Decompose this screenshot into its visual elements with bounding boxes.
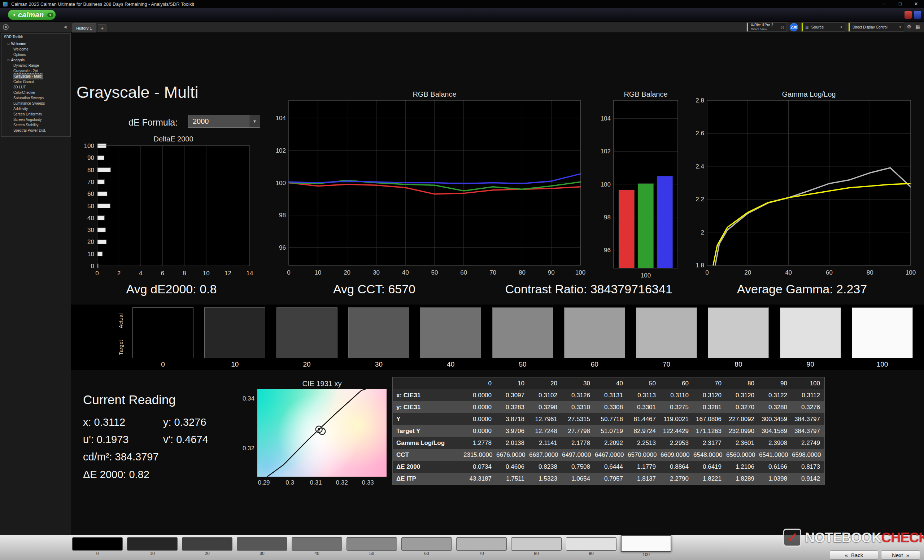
table-cell: 227.0092 <box>726 413 759 425</box>
sidebar-item-color-gamut[interactable]: Color Gamut <box>2 79 70 84</box>
patch-level-label: 50 <box>492 361 554 368</box>
sidebar-item-screen-angularity[interactable]: Screen Angularity <box>2 117 70 122</box>
display-control-dropdown[interactable]: Direct Display Control ▼ <box>848 22 904 32</box>
meter-button[interactable]: X-Rite i1Pro 2 Direct View ◎ <box>746 22 787 32</box>
sidebar-item-spectral-power-dist[interactable]: Spectral Power Dist. <box>2 128 70 133</box>
svg-text:12: 12 <box>225 270 231 276</box>
sidebar-tree: ⊟WelcomeWelcomeOptions⊟AnalysisDynamic R… <box>2 41 70 133</box>
sidebar-item-dynamic-range[interactable]: Dynamic Range <box>2 63 70 68</box>
table-cell: 0.8238 <box>529 461 562 473</box>
calman-window: Calman 2025 Calman Ultimate for Business… <box>0 0 924 560</box>
svg-text:60: 60 <box>826 269 832 276</box>
table-cell: 82.9724 <box>628 425 660 437</box>
sidebar-item-options[interactable]: Options <box>2 52 70 57</box>
patch-level-label: 0 <box>132 361 194 368</box>
meter-mode: Direct View <box>751 27 773 31</box>
table-cell: 0.3102 <box>529 389 562 401</box>
svg-text:0.34: 0.34 <box>243 395 255 402</box>
sidebar-item-grayscale-multi[interactable]: Grayscale - Multi <box>2 73 70 79</box>
sidebar-item-luminance-sweeps[interactable]: Luminance Sweeps <box>2 101 70 106</box>
tree-expander-icon[interactable]: ⊟ <box>7 57 10 63</box>
sidebar-item-saturation-sweeps[interactable]: Saturation Sweeps <box>2 95 70 101</box>
bottom-patch-swatch <box>456 537 507 551</box>
sidebar-group-welcome[interactable]: ⊟Welcome <box>2 41 70 46</box>
source-dropdown[interactable]: ▦ Source ▼ <box>801 22 845 32</box>
grayscale-patch-30 <box>348 307 409 358</box>
back-button[interactable]: « Back <box>830 550 878 560</box>
svg-text:2.4: 2.4 <box>696 163 704 170</box>
bottom-patch-button-90[interactable]: 90 <box>566 537 616 556</box>
back-arrows-icon: « <box>845 552 848 558</box>
minimize-button[interactable]: ─ <box>876 0 892 8</box>
bottom-patch-swatch <box>511 537 562 551</box>
sidebar-collapse-button[interactable]: ◀ <box>63 24 66 29</box>
sidebar-item-colorchecker[interactable]: ColorChecker <box>2 90 70 95</box>
watermark-check: CHECK <box>881 530 924 545</box>
svg-text:2.6: 2.6 <box>696 130 704 137</box>
table-row-e-2000: ΔE 20000.07340.46060.82380.75080.64441.1… <box>393 461 824 473</box>
svg-text:0.3: 0.3 <box>285 479 294 486</box>
bottom-patch-button-80[interactable]: 80 <box>511 537 562 556</box>
bottom-patch-button-50[interactable]: 50 <box>346 537 397 556</box>
table-cell: 2.2092 <box>595 437 628 449</box>
bottom-patch-button-40[interactable]: 40 <box>292 537 342 556</box>
tab-history-1[interactable]: History 1 <box>72 24 96 33</box>
next-button[interactable]: Next » <box>881 550 920 560</box>
sidebar-item-welcome[interactable]: Welcome <box>2 46 70 52</box>
sidebar-item-screen-stability[interactable]: Screen Stability <box>2 122 70 128</box>
main-content: Grayscale - Multi dE Formula: 2000 ▼ Del… <box>71 33 924 535</box>
table-cell: 0.3131 <box>595 389 628 401</box>
svg-text:10: 10 <box>203 270 210 276</box>
maximize-button[interactable]: □ <box>892 0 908 8</box>
sidebar-item-label: Options <box>14 52 26 57</box>
svg-text:2.8: 2.8 <box>696 97 704 104</box>
rgb-balance-line-chart: 10410210098960102030405060708090100 <box>267 97 588 279</box>
table-row-label: ΔE ITP <box>393 473 464 485</box>
table-row-target-y: Target Y0.00003.970612.724827.779851.071… <box>393 425 824 437</box>
bottom-patch-button-70[interactable]: 70 <box>456 537 507 556</box>
close-button[interactable]: ✕ <box>908 0 924 8</box>
bottom-patch-button-30[interactable]: 30 <box>237 537 287 556</box>
sidebar-item-additivity[interactable]: Additivity <box>2 106 70 111</box>
sidebar-item-screen-uniformity[interactable]: Screen Uniformity <box>2 111 70 117</box>
svg-text:104: 104 <box>601 115 611 122</box>
svg-text:70: 70 <box>87 179 94 186</box>
sidebar-item-3d-lut[interactable]: 3D LUT <box>2 84 70 90</box>
bottom-patch-label: 50 <box>346 551 397 556</box>
sidebar-item-grayscale-2pt[interactable]: Grayscale - 2pt <box>2 68 70 73</box>
table-cell: 2.0138 <box>496 437 529 449</box>
table-cell: 0.3281 <box>693 401 726 413</box>
title-bar: Calman 2025 Calman Ultimate for Business… <box>0 0 924 8</box>
bottom-patch-button-10[interactable]: 10 <box>127 537 178 556</box>
table-cell: 1.1779 <box>628 461 660 473</box>
bottom-patch-button-20[interactable]: 20 <box>182 537 232 556</box>
back-label: Back <box>851 552 863 558</box>
de-formula-label: dE Formula: <box>129 117 178 128</box>
meter-count-badge[interactable]: 238 <box>790 23 798 31</box>
add-tab-button[interactable]: + <box>98 24 106 32</box>
svg-text:96: 96 <box>279 244 286 251</box>
table-cell: 122.4429 <box>660 425 693 437</box>
table-cell: 6609.0000 <box>660 449 693 461</box>
calman-menu-button[interactable]: ✦ calman ▾ <box>8 10 56 20</box>
sidebar-group-analysis[interactable]: ⊟Analysis <box>2 57 70 63</box>
bottom-patch-button-0[interactable]: 0 <box>72 537 123 556</box>
svg-text:90: 90 <box>548 269 555 276</box>
table-cell: 0.3275 <box>660 401 693 413</box>
bottom-patch-button-100[interactable]: 100 <box>621 537 671 557</box>
panel-toggle-icon[interactable] <box>3 24 9 30</box>
bottom-patch-label: 70 <box>456 551 507 556</box>
window-controls: ─ □ ✕ <box>876 0 924 8</box>
bottom-patch-button-60[interactable]: 60 <box>401 537 452 556</box>
tree-expander-icon[interactable]: ⊟ <box>7 41 10 46</box>
sidebar-item-label: Screen Stability <box>14 122 38 128</box>
table-cell: 0.8864 <box>660 461 693 473</box>
svg-text:14: 14 <box>246 270 254 276</box>
settings-gear-icon[interactable]: ⚙ <box>907 24 911 30</box>
display-control-arrow-icon: ▼ <box>899 25 902 29</box>
de-formula-dropdown[interactable]: 2000 ▼ <box>188 115 260 128</box>
source-icon: ▦ <box>805 25 808 29</box>
table-cell: 0.0000 <box>464 425 496 437</box>
table-cell: 2.3601 <box>726 437 759 449</box>
workspace-grid-icon[interactable]: ▦ <box>915 24 920 30</box>
